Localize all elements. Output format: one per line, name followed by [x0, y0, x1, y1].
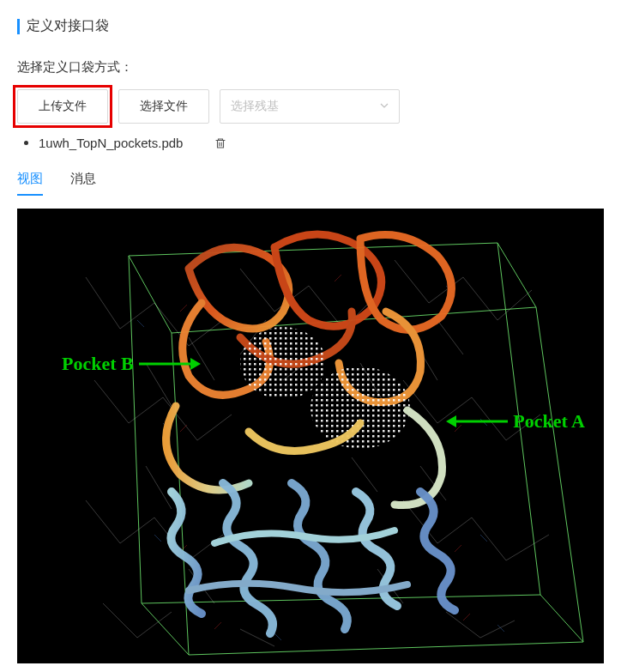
section-title: 定义对接口袋 — [27, 17, 109, 35]
controls-row: 上传文件 选择文件 选择残基 — [17, 89, 604, 124]
section-header: 定义对接口袋 — [17, 17, 604, 35]
tab-messages[interactable]: 消息 — [70, 171, 96, 196]
trash-icon — [214, 136, 227, 150]
tabs-nav: 视图 消息 — [17, 171, 604, 197]
upload-file-button-wrap: 上传文件 — [17, 89, 108, 124]
svg-point-2 — [240, 327, 326, 399]
uploaded-file-row: 1uwh_TopN_pockets.pdb — [17, 136, 604, 150]
delete-file-button[interactable] — [214, 136, 227, 150]
svg-point-3 — [310, 366, 410, 449]
tab-view[interactable]: 视图 — [17, 171, 43, 196]
protein-structure-visualization — [17, 209, 604, 663]
residue-select[interactable]: 选择残基 — [220, 89, 400, 124]
molecular-viewer[interactable]: Pocket B Pocket A — [17, 209, 604, 663]
section-header-accent-bar — [17, 19, 20, 34]
chevron-down-icon — [379, 99, 389, 114]
residue-select-wrap: 选择残基 — [220, 89, 400, 124]
choose-file-button[interactable]: 选择文件 — [118, 89, 209, 124]
upload-file-button[interactable]: 上传文件 — [17, 89, 108, 124]
uploaded-file-name: 1uwh_TopN_pockets.pdb — [39, 136, 183, 150]
bullet-icon — [24, 141, 28, 145]
pocket-method-label: 选择定义口袋方式： — [17, 59, 604, 76]
residue-select-placeholder: 选择残基 — [231, 99, 279, 114]
